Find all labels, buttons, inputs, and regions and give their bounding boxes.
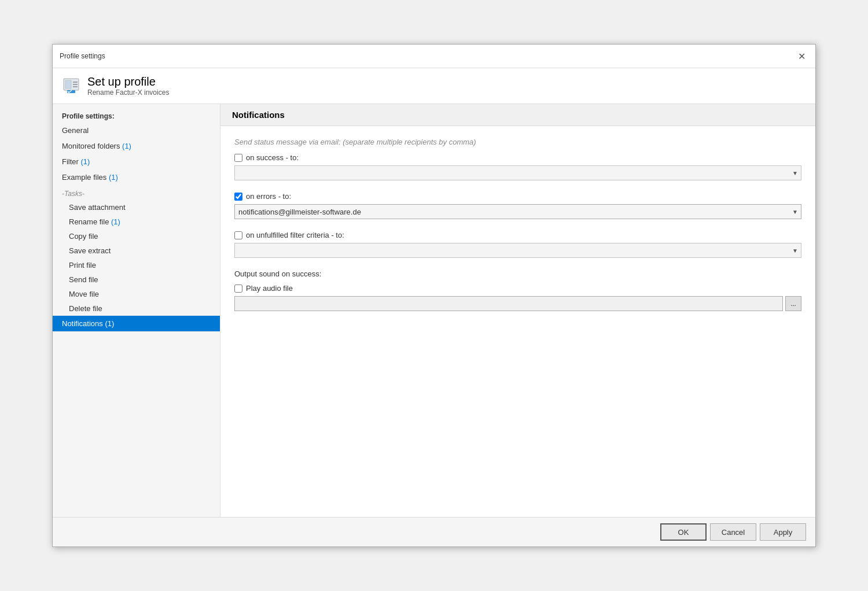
title-bar: Profile settings ✕ <box>53 45 815 68</box>
footer: OK Cancel Apply <box>53 517 815 546</box>
sidebar-item-save-extract[interactable]: Save extract <box>53 243 220 258</box>
on-errors-label: on errors - to: <box>246 192 291 201</box>
on-unfulfilled-label: on unfulfilled filter criteria - to: <box>246 231 344 239</box>
header-title: Set up profile <box>87 75 169 88</box>
content-body: Send status message via email: (separate… <box>220 126 815 323</box>
on-success-section: on success - to: ▼ <box>234 153 801 180</box>
output-sound-label: Output sound on success: <box>234 269 801 278</box>
on-success-checkbox[interactable] <box>234 154 242 162</box>
sidebar-item-send-file[interactable]: Send file <box>53 272 220 287</box>
on-unfulfilled-row: on unfulfilled filter criteria - to: <box>234 231 801 239</box>
on-success-row: on success - to: <box>234 153 801 162</box>
sidebar: Profile settings: General Monitored fold… <box>53 104 220 517</box>
audio-file-picker-row: ... <box>234 296 801 311</box>
main-content: Profile settings: General Monitored fold… <box>53 104 815 517</box>
sidebar-section-label: Profile settings: <box>53 109 220 123</box>
ok-button[interactable]: OK <box>660 523 707 541</box>
sidebar-item-copy-file[interactable]: Copy file <box>53 229 220 243</box>
on-success-dropdown-row: ▼ <box>234 165 801 180</box>
cancel-button[interactable]: Cancel <box>710 523 756 541</box>
profile-settings-dialog: Profile settings ✕ Set up profile Rename… <box>52 44 816 547</box>
on-errors-dropdown-wrapper: notifications@gillmeister-software.de ▼ <box>234 204 801 219</box>
on-errors-section: on errors - to: notifications@gillmeiste… <box>234 192 801 219</box>
on-unfulfilled-dropdown-wrapper: ▼ <box>234 243 801 258</box>
profile-icon <box>62 77 80 95</box>
content-header: Notifications <box>220 104 815 126</box>
sidebar-item-rename-file[interactable]: Rename file (1) <box>53 215 220 229</box>
on-unfulfilled-select[interactable] <box>234 243 801 258</box>
audio-file-input[interactable] <box>234 296 783 311</box>
on-unfulfilled-dropdown-row: ▼ <box>234 243 801 258</box>
on-unfulfilled-section: on unfulfilled filter criteria - to: ▼ <box>234 231 801 258</box>
dialog-title: Profile settings <box>60 52 105 60</box>
sidebar-item-move-file[interactable]: Move file <box>53 287 220 301</box>
header-section: Set up profile Rename Factur-X invoices <box>53 68 815 104</box>
header-subtitle: Rename Factur-X invoices <box>87 88 169 97</box>
play-audio-label: Play audio file <box>246 284 293 293</box>
on-success-dropdown-wrapper: ▼ <box>234 165 801 180</box>
header-text: Set up profile Rename Factur-X invoices <box>87 75 169 97</box>
content-area: Notifications Send status message via em… <box>220 104 815 517</box>
apply-button[interactable]: Apply <box>760 523 806 541</box>
sidebar-item-example-files[interactable]: Example files (1) <box>53 169 220 185</box>
on-errors-row: on errors - to: <box>234 192 801 201</box>
sidebar-item-notifications[interactable]: Notifications (1) <box>53 316 220 331</box>
tasks-label: -Tasks- <box>53 185 220 200</box>
on-success-select[interactable] <box>234 165 801 180</box>
play-audio-checkbox[interactable] <box>234 285 242 293</box>
close-button[interactable]: ✕ <box>795 49 808 63</box>
sidebar-item-delete-file[interactable]: Delete file <box>53 301 220 316</box>
on-errors-select[interactable]: notifications@gillmeister-software.de <box>234 204 801 219</box>
browse-button[interactable]: ... <box>785 296 801 311</box>
content-header-title: Notifications <box>232 110 804 120</box>
svg-rect-1 <box>65 80 71 88</box>
sidebar-item-print-file[interactable]: Print file <box>53 258 220 272</box>
on-unfulfilled-checkbox[interactable] <box>234 231 242 239</box>
sidebar-item-filter[interactable]: Filter (1) <box>53 154 220 169</box>
play-audio-row: Play audio file <box>234 284 801 293</box>
sidebar-item-general[interactable]: General <box>53 123 220 138</box>
sidebar-item-save-attachment[interactable]: Save attachment <box>53 200 220 215</box>
on-errors-dropdown-row: notifications@gillmeister-software.de ▼ <box>234 204 801 219</box>
send-label: Send status message via email: (separate… <box>234 138 801 146</box>
sidebar-item-monitored-folders[interactable]: Monitored folders (1) <box>53 138 220 154</box>
on-errors-checkbox[interactable] <box>234 193 242 201</box>
on-success-label: on success - to: <box>246 153 299 162</box>
